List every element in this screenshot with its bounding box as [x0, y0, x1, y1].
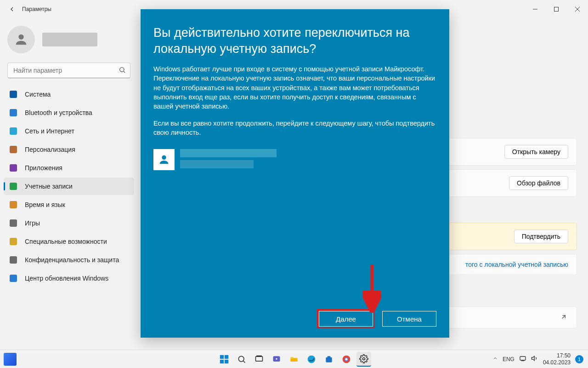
nav-label: Специальные возможности — [25, 238, 107, 245]
system-tray: ENG 17:50 04.02.2023 1 — [492, 352, 588, 366]
nav: СистемаBluetooth и устройстваСеть и Инте… — [4, 86, 134, 287]
tray-chevron-icon[interactable] — [492, 356, 498, 362]
svg-rect-32 — [326, 357, 332, 362]
nav-icon — [9, 164, 17, 172]
window-title: Параметры — [22, 6, 51, 12]
task-view-button[interactable] — [252, 352, 266, 367]
nav-icon — [9, 237, 17, 246]
dialog-buttons: Далее Отмена — [153, 311, 436, 327]
store-button[interactable] — [322, 352, 336, 367]
nav-label: Игры — [25, 219, 40, 227]
open-camera-button[interactable]: Открыть камеру — [504, 145, 568, 159]
nav-icon — [9, 145, 17, 154]
dialog-avatar — [153, 149, 175, 170]
user-name — [42, 33, 97, 46]
nav-icon — [9, 256, 17, 264]
settings-button[interactable] — [356, 352, 371, 367]
svg-rect-10 — [10, 146, 17, 153]
sidebar-item-9[interactable]: Конфиденциальность и защита — [4, 251, 134, 269]
svg-rect-15 — [10, 238, 17, 245]
svg-rect-17 — [10, 275, 17, 282]
svg-rect-7 — [10, 91, 17, 98]
browse-files-button[interactable]: Обзор файлов — [509, 176, 568, 190]
start-button[interactable] — [217, 352, 232, 367]
svg-rect-26 — [256, 356, 263, 361]
search-input[interactable] — [7, 63, 130, 78]
svg-rect-1 — [554, 7, 559, 12]
next-button[interactable]: Далее — [319, 311, 373, 327]
nav-label: Приложения — [25, 164, 62, 172]
svg-rect-11 — [10, 164, 17, 172]
cancel-button[interactable]: Отмена — [382, 311, 436, 327]
minimize-button[interactable] — [525, 0, 546, 18]
sidebar-item-1[interactable]: Bluetooth и устройства — [4, 104, 134, 121]
svg-rect-33 — [328, 356, 331, 357]
svg-rect-22 — [220, 359, 224, 363]
tray-time: 17:50 — [557, 352, 571, 359]
svg-rect-12 — [10, 183, 17, 190]
nav-icon — [9, 127, 17, 135]
sidebar-item-8[interactable]: Специальные возможности — [4, 233, 134, 250]
widgets-icon — [4, 353, 17, 366]
svg-point-5 — [120, 68, 124, 72]
volume-icon[interactable] — [531, 355, 538, 363]
svg-point-36 — [345, 358, 348, 360]
sidebar-item-0[interactable]: Система — [4, 86, 134, 103]
dialog-user-row — [153, 149, 436, 170]
svg-rect-8 — [10, 109, 17, 116]
chat-button[interactable] — [269, 352, 284, 367]
open-external-icon — [560, 313, 568, 322]
nav-label: Центр обновления Windows — [25, 275, 108, 282]
close-button[interactable] — [567, 0, 588, 18]
sidebar-item-5[interactable]: Учетные записи — [4, 178, 134, 195]
nav-label: Конфиденциальность и защита — [25, 256, 119, 264]
svg-point-24 — [238, 356, 244, 362]
nav-icon — [9, 219, 17, 227]
user-name-redacted — [42, 33, 97, 46]
sidebar-item-6[interactable]: Время и язык — [4, 196, 134, 213]
chrome-button[interactable] — [339, 352, 354, 367]
svg-rect-23 — [225, 359, 228, 363]
taskbar-pinned — [217, 352, 371, 367]
nav-label: Учетные записи — [25, 183, 73, 190]
nav-label: Время и язык — [25, 201, 65, 208]
sidebar-item-7[interactable]: Игры — [4, 214, 134, 232]
nav-icon — [9, 109, 17, 117]
back-button[interactable] — [7, 5, 17, 14]
window-controls — [525, 0, 588, 18]
taskbar-search-button[interactable] — [234, 352, 249, 367]
nav-icon — [9, 90, 17, 98]
tray-clock[interactable]: 17:50 04.02.2023 — [543, 352, 571, 366]
tray-language[interactable]: ENG — [503, 356, 514, 362]
dialog-paragraph-2: Если вы все равно хотите продолжить, пер… — [153, 119, 436, 138]
svg-line-25 — [243, 361, 245, 362]
sidebar-item-10[interactable]: Центр обновления Windows — [4, 270, 134, 287]
nav-label: Персонализация — [25, 146, 75, 153]
widgets-button[interactable] — [4, 353, 17, 366]
avatar — [7, 26, 35, 53]
dialog-heading: Вы действительно хотите переключиться на… — [153, 25, 436, 57]
nav-label: Сеть и Интернет — [25, 127, 74, 135]
edge-button[interactable] — [304, 352, 319, 367]
file-explorer-button[interactable] — [287, 352, 301, 367]
sidebar: СистемаBluetooth и устройстваСеть и Инте… — [0, 18, 138, 350]
svg-point-4 — [18, 34, 23, 40]
sidebar-item-3[interactable]: Персонализация — [4, 141, 134, 158]
svg-rect-38 — [520, 356, 526, 360]
user-block[interactable] — [4, 18, 134, 63]
sidebar-item-2[interactable]: Сеть и Интернет — [4, 122, 134, 140]
dialog-user-redacted — [180, 149, 277, 168]
nav-icon — [9, 274, 17, 282]
svg-point-29 — [276, 358, 277, 359]
svg-rect-14 — [10, 219, 17, 227]
svg-point-18 — [162, 155, 166, 160]
network-icon[interactable] — [519, 355, 526, 363]
confirm-button[interactable]: Подтвердить — [514, 230, 568, 243]
svg-rect-16 — [10, 256, 17, 264]
local-account-link[interactable]: того с локальной учетной записью — [465, 261, 568, 268]
svg-rect-27 — [257, 356, 261, 356]
sidebar-item-4[interactable]: Приложения — [4, 159, 134, 177]
notification-badge[interactable]: 1 — [575, 355, 583, 363]
maximize-button[interactable] — [546, 0, 567, 18]
svg-rect-30 — [291, 358, 298, 362]
